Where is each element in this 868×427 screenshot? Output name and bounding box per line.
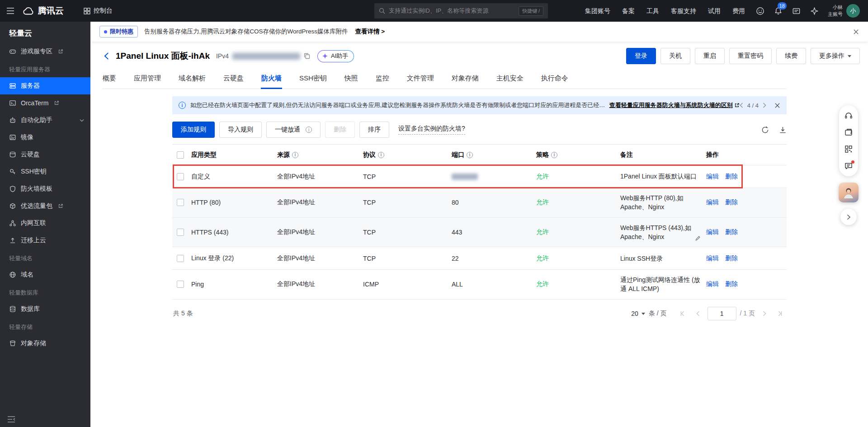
multi-instance-firewall-link[interactable]: 设置多台实例的防火墙? [398,125,465,135]
nav-tools[interactable]: 工具 [641,0,665,22]
ai-assistant-button[interactable]: AI助手 [317,50,354,62]
delete-rules-button[interactable]: 删除 [325,122,355,138]
row-checkbox[interactable] [177,255,184,262]
info-icon[interactable] [292,152,298,158]
tab-snapshots[interactable]: 快照 [344,70,359,89]
sidebar-item-domains[interactable]: 域名 [0,266,90,283]
copy-icon[interactable] [304,53,310,59]
edit-link[interactable]: 编辑 [706,228,719,236]
sidebar-item-servers[interactable]: 服务器 [0,77,90,94]
sidebar-item-cloud-disk[interactable]: 云硬盘 [0,146,90,163]
back-arrow-icon[interactable] [102,52,111,61]
page-size-select[interactable]: 20 [631,310,645,317]
ticket-icon[interactable] [787,0,805,22]
select-all-checkbox[interactable] [177,151,184,159]
edit-link[interactable]: 编辑 [706,173,719,181]
info-icon[interactable] [551,152,557,158]
delete-link[interactable]: 删除 [725,198,738,206]
promo-details-link[interactable]: 查看详情 > [355,28,385,36]
prev-page-icon[interactable] [692,308,704,319]
nav-support[interactable]: 客服支持 [665,0,702,22]
restart-button[interactable]: 重启 [695,48,725,64]
message-icon[interactable] [844,161,853,170]
sidebar-item-automation[interactable]: 自动化助手 [0,112,90,129]
global-search-input[interactable]: 支持通过实例ID、IP、名称等搜索资源 快捷键 / [374,3,548,19]
nav-billing[interactable]: 费用 [726,0,751,22]
edit-note-pencil-icon[interactable] [695,235,701,241]
nav-trial[interactable]: 试用 [702,0,726,22]
sidebar-item-traffic-packages[interactable]: 优选流量包 [0,197,90,215]
notifications-bell-icon[interactable]: 18 [769,0,787,22]
row-checkbox[interactable] [177,229,184,236]
sidebar-collapse-icon[interactable] [7,416,15,422]
nav-icp[interactable]: 备案 [616,0,641,22]
tab-overview[interactable]: 概要 [102,70,117,89]
survey-qr-icon[interactable] [844,145,853,154]
tab-dns[interactable]: 域名解析 [178,70,206,89]
notice-prev-icon[interactable] [740,103,743,108]
shutdown-button[interactable]: 关机 [660,48,690,64]
next-page-icon[interactable] [759,308,770,319]
brand-logo[interactable]: 腾讯云 [23,5,64,17]
row-checkbox[interactable] [177,281,184,288]
tab-cloud-disk[interactable]: 云硬盘 [223,70,244,89]
tab-app-management[interactable]: 应用管理 [133,70,161,89]
sidebar-item-ssh-keys[interactable]: SSH密钥 [0,163,90,180]
last-page-icon[interactable] [774,308,786,319]
sidebar-item-images[interactable]: 镜像 [0,129,90,146]
reset-password-button[interactable]: 重置密码 [729,48,772,64]
promo-close-icon[interactable] [853,29,859,35]
edit-link[interactable]: 编辑 [706,280,719,288]
tab-ssh-keys[interactable]: SSH密钥 [299,70,327,89]
user-menu[interactable]: 小林 主账号 小 [823,4,868,18]
info-icon [306,127,312,133]
user-avatar[interactable]: 小 [846,4,860,18]
tab-host-security[interactable]: 主机安全 [496,70,524,89]
download-icon[interactable] [779,126,787,134]
info-icon[interactable] [467,152,473,158]
sidebar-item-game-zone[interactable]: 游戏服专区 [0,43,90,60]
tab-monitoring[interactable]: 监控 [375,70,390,89]
delete-link[interactable]: 删除 [725,173,738,181]
row-checkbox[interactable] [177,173,184,180]
notice-next-icon[interactable] [763,103,766,108]
promo-sparkle-icon[interactable] [805,0,823,22]
refresh-icon[interactable] [761,126,769,134]
tab-file-management[interactable]: 文件管理 [406,70,434,89]
nav-group-account[interactable]: 集团账号 [579,0,616,22]
notice-difference-link[interactable]: 查看轻量应用服务器防火墙与系统防火墙的区别 [609,101,740,109]
sidebar-item-object-storage[interactable]: 对象存储 [0,335,90,352]
more-actions-button[interactable]: 更多操作 [811,48,860,64]
info-icon[interactable] [378,152,384,158]
delete-link[interactable]: 删除 [725,280,738,288]
tab-run-commands[interactable]: 执行命令 [541,70,569,89]
login-button[interactable]: 登录 [626,48,656,64]
tab-firewall[interactable]: 防火墙 [261,70,282,89]
console-link[interactable]: 控制台 [84,7,113,15]
sidebar-item-database[interactable]: 数据库 [0,300,90,318]
smiley-feedback-icon[interactable] [751,0,769,22]
live-support-avatar[interactable] [839,183,859,202]
import-rules-button[interactable]: 导入规则 [219,122,262,138]
sidebar-item-private-network[interactable]: 内网互联 [0,215,90,232]
edit-link[interactable]: 编辑 [706,198,719,206]
collapse-toolbar-icon[interactable] [840,209,857,225]
row-checkbox[interactable] [177,199,184,206]
open-all-button[interactable]: 一键放通 [266,122,321,138]
edit-link[interactable]: 编辑 [706,254,719,263]
renew-button[interactable]: 续费 [776,48,806,64]
sidebar-item-migration[interactable]: 迁移上云 [0,232,90,249]
tab-object-storage[interactable]: 对象存储 [451,70,479,89]
add-rule-button[interactable]: 添加规则 [172,122,215,138]
page-number-input[interactable]: 1 [708,307,736,320]
delete-link[interactable]: 删除 [725,254,738,263]
sidebar-item-orcaterm[interactable]: OrcaTerm [0,94,90,112]
sidebar-item-firewall-templates[interactable]: 防火墙模板 [0,180,90,197]
delete-link[interactable]: 删除 [725,228,738,236]
notice-close-icon[interactable] [774,103,780,108]
first-page-icon[interactable] [677,308,689,319]
share-feedback-icon[interactable] [844,128,853,137]
sort-button[interactable]: 排序 [359,122,389,138]
headset-icon[interactable] [844,111,853,120]
hamburger-menu-icon[interactable] [0,0,21,22]
